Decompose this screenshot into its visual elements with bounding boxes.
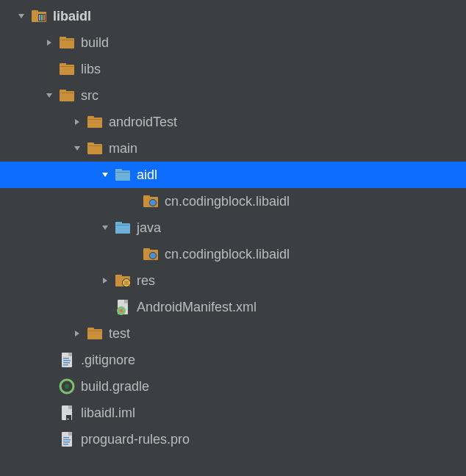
svg-marker-22 (74, 146, 80, 151)
module-folder-icon (31, 8, 47, 24)
expand-arrow-down-icon[interactable] (44, 90, 54, 101)
tree-item[interactable]: androidTest (0, 109, 466, 135)
svg-marker-34 (102, 226, 108, 230)
svg-rect-2 (32, 10, 38, 13)
iml-file-icon (59, 405, 75, 421)
svg-marker-53 (75, 331, 79, 336)
tree-item[interactable]: res (0, 267, 466, 294)
svg-rect-25 (88, 145, 101, 146)
svg-rect-9 (60, 37, 66, 40)
svg-point-41 (150, 253, 156, 259)
text-file-icon (59, 431, 75, 447)
expand-arrow-right-icon[interactable] (100, 275, 110, 286)
manifest-file-icon (115, 299, 131, 315)
tree-item[interactable]: aidl (0, 162, 466, 188)
svg-point-64 (65, 384, 69, 389)
tree-item[interactable]: AndroidManifest.xml (0, 294, 466, 320)
svg-rect-47 (124, 281, 129, 285)
svg-rect-72 (63, 439, 71, 441)
svg-rect-71 (63, 437, 69, 439)
svg-rect-28 (115, 169, 122, 172)
svg-rect-58 (68, 353, 72, 356)
svg-marker-18 (75, 119, 79, 125)
svg-rect-4 (39, 15, 40, 21)
gradle-file-icon (59, 378, 75, 394)
tree-item[interactable]: build (0, 29, 466, 56)
tree-item[interactable]: libs (0, 56, 466, 82)
tree-item[interactable]: libaidl.iml (0, 400, 466, 426)
tree-item-label: build.gradle (81, 379, 149, 394)
tree-item-label: .gitignore (81, 353, 135, 368)
svg-rect-61 (63, 362, 70, 364)
source-folder-icon (115, 167, 131, 183)
tree-item-label: libs (81, 62, 101, 77)
tree-item-label: cn.codingblock.libaidl (165, 194, 290, 209)
svg-rect-56 (88, 331, 101, 331)
tree-item-label: main (109, 141, 137, 156)
tree-item[interactable]: java (0, 214, 466, 241)
svg-rect-17 (60, 93, 74, 93)
svg-rect-68 (67, 419, 69, 419)
expand-arrow-down-icon[interactable] (16, 11, 26, 21)
project-tree: libaidlbuildlibssrcandroidTestmainaidlcn… (0, 3, 466, 452)
tree-item[interactable]: cn.codingblock.libaidl (0, 188, 466, 214)
expand-arrow-down-icon[interactable] (100, 223, 110, 233)
svg-rect-70 (68, 432, 72, 436)
text-file-icon (59, 352, 75, 368)
folder-icon (59, 61, 75, 77)
expand-arrow-down-icon[interactable] (100, 170, 110, 180)
svg-rect-59 (63, 358, 69, 359)
svg-rect-31 (143, 195, 150, 198)
tree-item-label: AndroidManifest.xml (137, 300, 257, 315)
svg-rect-6 (43, 15, 45, 21)
svg-rect-66 (68, 405, 72, 409)
svg-rect-44 (115, 275, 122, 278)
svg-rect-13 (60, 66, 74, 67)
expand-arrow-right-icon[interactable] (44, 37, 54, 48)
res-folder-icon (115, 273, 131, 289)
svg-rect-55 (87, 328, 94, 331)
tree-item-label: src (81, 88, 98, 104)
folder-icon (87, 140, 103, 156)
tree-item-label: cn.codingblock.libaidl (165, 247, 290, 262)
expand-arrow-right-icon[interactable] (72, 117, 82, 127)
tree-item-label: androidTest (109, 115, 177, 130)
tree-item[interactable]: main (0, 135, 466, 162)
svg-rect-21 (88, 119, 101, 120)
tree-item[interactable]: build.gradle (0, 373, 466, 400)
folder-icon (87, 325, 103, 342)
tree-item-label: aidl (137, 167, 157, 183)
tree-item-label: res (137, 273, 155, 289)
svg-rect-5 (41, 15, 43, 21)
tree-item[interactable]: .gitignore (0, 347, 466, 373)
svg-rect-49 (124, 300, 128, 303)
package-icon (143, 246, 159, 262)
svg-rect-36 (115, 222, 122, 225)
svg-marker-26 (102, 173, 108, 177)
svg-rect-62 (63, 364, 68, 366)
svg-rect-24 (87, 143, 94, 145)
tree-item-label: test (109, 326, 130, 342)
svg-rect-16 (60, 90, 66, 93)
svg-rect-73 (63, 441, 70, 443)
tree-item[interactable]: libaidl (0, 3, 466, 29)
tree-item[interactable]: cn.codingblock.libaidl (0, 241, 466, 267)
source-folder-icon (115, 220, 131, 236)
tree-item[interactable]: proguard-rules.pro (0, 426, 466, 452)
expand-arrow-right-icon[interactable] (72, 328, 82, 339)
tree-item[interactable]: src (0, 82, 466, 109)
svg-marker-7 (47, 40, 51, 46)
svg-rect-74 (63, 444, 68, 445)
package-icon (143, 193, 159, 209)
folder-icon (59, 35, 75, 51)
svg-rect-52 (119, 308, 123, 309)
svg-marker-14 (46, 93, 52, 98)
svg-point-33 (150, 200, 156, 206)
expand-arrow-down-icon[interactable] (72, 143, 82, 154)
folder-icon (87, 114, 103, 130)
tree-item[interactable]: test (0, 320, 466, 347)
svg-marker-42 (103, 278, 107, 284)
tree-item-label: libaidl.iml (81, 405, 135, 421)
svg-rect-60 (63, 360, 71, 361)
svg-rect-29 (116, 172, 129, 173)
